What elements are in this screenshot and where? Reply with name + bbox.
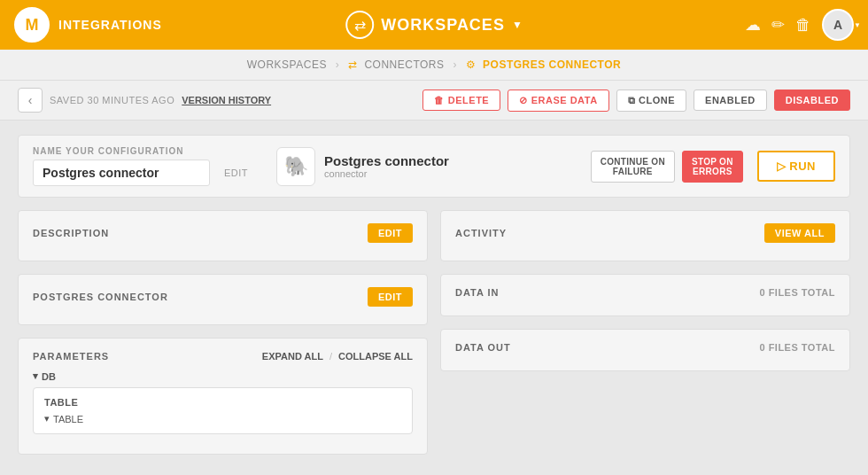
nav-center: ⇄ WORKSPACES ▼ (345, 11, 523, 39)
connector-logo: 🐘 (276, 147, 315, 186)
data-in-title: DATA IN (455, 287, 500, 298)
description-card-header: DESCRIPTION EDIT (33, 223, 413, 243)
description-edit-button[interactable]: EDIT (368, 223, 413, 243)
config-name-text: Postgres connector (43, 166, 159, 180)
description-title: DESCRIPTION (33, 228, 109, 238)
connector-info: 🐘 Postgres connector connector (276, 147, 449, 186)
breadcrumb-sep-1: › (336, 58, 340, 71)
clone-button[interactable]: ⧉ CLONE (616, 90, 687, 112)
enabled-button[interactable]: ENABLED (694, 90, 767, 111)
right-col: ACTIVITY VIEW ALL DATA IN 0 FILES TOTAL … (440, 210, 850, 455)
connectors-bc-icon: ⇄ (348, 58, 358, 71)
saved-text: SAVED 30 MINUTES AGO (50, 95, 174, 105)
data-in-header: DATA IN 0 FILES TOTAL (455, 287, 835, 298)
breadcrumb-connectors[interactable]: CONNECTORS (364, 58, 444, 71)
activity-card-header: ACTIVITY VIEW ALL (455, 223, 835, 243)
nested-table-title: TABLE (44, 397, 401, 408)
db-chevron: ▾ (33, 370, 38, 382)
postgres-connector-card: POSTGRES CONNECTOR EDIT (18, 274, 428, 325)
nav-logo: M (14, 7, 50, 43)
postgres-connector-title: POSTGRES CONNECTOR (33, 292, 168, 302)
data-out-card: DATA OUT 0 FILES TOTAL (440, 329, 850, 371)
view-all-button[interactable]: VIEW ALL (764, 223, 835, 243)
parameters-title: PARAMETERS (33, 351, 109, 362)
left-col: DESCRIPTION EDIT POSTGRES CONNECTOR EDIT… (18, 210, 428, 455)
postgres-card-header: POSTGRES CONNECTOR EDIT (33, 287, 413, 307)
version-history-link[interactable]: VERSION HISTORY (182, 95, 271, 105)
db-group-header[interactable]: ▾ DB (33, 370, 413, 382)
nav-right: ☁ ✏ 🗑 A (745, 9, 854, 41)
run-mode-group: CONTINUE ONFAILURE STOP ONERRORS ▷ RUN (591, 151, 835, 183)
data-out-value: 0 FILES TOTAL (759, 342, 835, 353)
nav-center-title: WORKSPACES (381, 16, 505, 35)
workspaces-icon: ⇄ (345, 11, 374, 39)
config-name-edit[interactable]: EDIT (224, 167, 248, 178)
config-label: NAME YOUR CONFIGURATION (33, 146, 248, 156)
stop-on-errors-button[interactable]: STOP ONERRORS (682, 151, 743, 183)
toolbar-left: ‹ SAVED 30 MINUTES AGO VERSION HISTORY (18, 88, 271, 113)
nav-dropdown-icon: ▼ (512, 19, 523, 31)
disabled-button[interactable]: DISABLED (774, 90, 850, 111)
nested-table-label: TABLE (53, 414, 83, 424)
db-group-label: DB (42, 371, 56, 382)
back-button[interactable]: ‹ (18, 88, 43, 113)
connector-details: Postgres connector connector (324, 153, 449, 179)
activity-card: ACTIVITY VIEW ALL (440, 210, 850, 261)
expand-all-link[interactable]: EXPAND ALL (262, 351, 323, 362)
nested-table-chevron: ▾ (44, 413, 50, 424)
config-name-section: NAME YOUR CONFIGURATION Postgres connect… (33, 146, 248, 186)
continue-on-failure-button[interactable]: CONTINUE ONFAILURE (591, 151, 675, 183)
clone-icon: ⧉ (628, 95, 636, 106)
data-out-header: DATA OUT 0 FILES TOTAL (455, 342, 835, 353)
parameters-actions: EXPAND ALL / COLLAPSE ALL (262, 351, 413, 362)
breadcrumb: WORKSPACES › ⇄ CONNECTORS › ⚙ POSTGRES C… (0, 50, 868, 81)
collapse-all-link[interactable]: COLLAPSE ALL (338, 351, 413, 362)
db-param-group: ▾ DB TABLE ▾ TABLE (33, 370, 413, 434)
config-header: NAME YOUR CONFIGURATION Postgres connect… (18, 135, 850, 198)
run-button[interactable]: ▷ RUN (757, 151, 835, 182)
erase-icon: ⊘ (519, 95, 528, 106)
data-out-title: DATA OUT (455, 342, 511, 353)
breadcrumb-workspaces[interactable]: WORKSPACES (247, 58, 327, 71)
delete-icon: 🗑 (434, 95, 445, 105)
avatar[interactable]: A (822, 9, 854, 41)
two-col-grid: DESCRIPTION EDIT POSTGRES CONNECTOR EDIT… (18, 210, 850, 455)
description-card: DESCRIPTION EDIT (18, 210, 428, 261)
toolbar: ‹ SAVED 30 MINUTES AGO VERSION HISTORY 🗑… (0, 81, 868, 121)
parameters-card: PARAMETERS EXPAND ALL / COLLAPSE ALL ▾ D… (18, 338, 428, 455)
current-bc-icon: ⚙ (466, 58, 477, 71)
top-nav: M INTEGRATIONS ⇄ WORKSPACES ▼ ☁ ✏ 🗑 A (0, 0, 868, 50)
connector-type: connector (324, 168, 449, 179)
activity-title: ACTIVITY (455, 228, 507, 238)
main-content: NAME YOUR CONFIGURATION Postgres connect… (0, 121, 868, 470)
data-in-card: DATA IN 0 FILES TOTAL (440, 274, 850, 316)
edit-icon[interactable]: ✏ (771, 15, 785, 35)
trash-icon[interactable]: 🗑 (795, 16, 811, 35)
nested-table-item[interactable]: ▾ TABLE (44, 413, 401, 424)
parameters-header: PARAMETERS EXPAND ALL / COLLAPSE ALL (33, 351, 413, 362)
data-in-value: 0 FILES TOTAL (759, 287, 835, 298)
config-name-box: Postgres connector (33, 160, 210, 186)
params-sep: / (329, 351, 335, 362)
cloud-icon[interactable]: ☁ (745, 15, 761, 35)
connector-name: Postgres connector (324, 153, 449, 168)
breadcrumb-sep-2: › (453, 58, 457, 71)
param-nested-box: TABLE ▾ TABLE (33, 387, 413, 434)
postgres-edit-button[interactable]: EDIT (368, 287, 413, 307)
nav-brand: INTEGRATIONS (58, 18, 162, 32)
breadcrumb-current: POSTGRES CONNECTOR (483, 58, 621, 71)
erase-data-button[interactable]: ⊘ ERASE DATA (508, 90, 608, 112)
delete-button[interactable]: 🗑 DELETE (422, 90, 500, 111)
